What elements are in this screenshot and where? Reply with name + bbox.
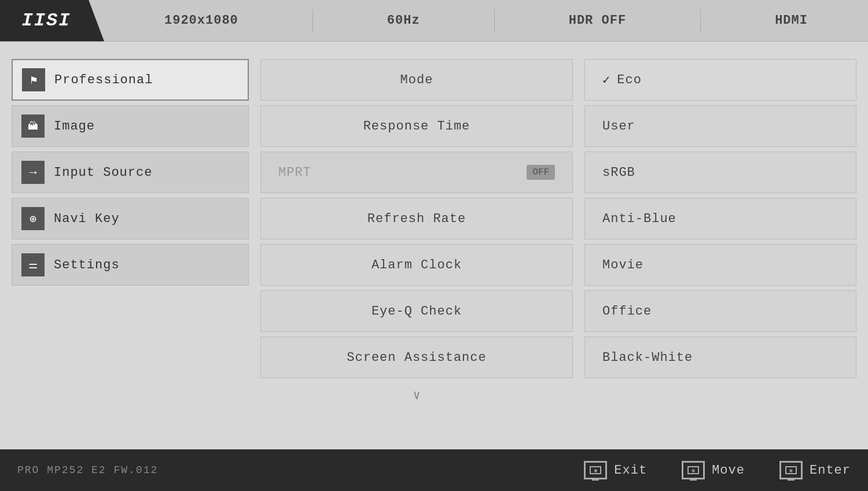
image-icon: 🏔: [21, 115, 45, 138]
stat-divider-3: [700, 9, 701, 32]
sidebar-item-navi-key[interactable]: ⊕ Navi Key: [12, 198, 249, 239]
menu-label-refresh-rate: Refresh Rate: [367, 212, 466, 226]
stat-divider-1: [312, 9, 313, 32]
right-item-movie[interactable]: Movie: [584, 244, 856, 286]
right-item-anti-blue[interactable]: Anti-Blue: [584, 198, 856, 239]
menu-item-mode[interactable]: Mode: [260, 59, 573, 101]
msi-logo: IISI: [22, 10, 71, 31]
move-button-icon: ▣: [682, 461, 705, 479]
move-button[interactable]: ▣ Move: [682, 461, 745, 479]
menu-label-eye-q-check: Eye-Q Check: [372, 304, 462, 319]
right-label-srgb: sRGB: [602, 165, 635, 180]
sidebar-item-image[interactable]: 🏔 Image: [12, 105, 249, 147]
right-item-srgb[interactable]: sRGB: [584, 152, 856, 193]
sidebar: ⚑ Professional 🏔 Image → Input Source ⊕ …: [12, 59, 255, 444]
right-item-eco[interactable]: ✓ Eco: [584, 59, 856, 101]
right-label-anti-blue: Anti-Blue: [602, 212, 676, 226]
sidebar-item-input-source[interactable]: → Input Source: [12, 152, 249, 193]
sidebar-item-professional[interactable]: ⚑ Professional: [12, 59, 249, 101]
exit-button[interactable]: ▣ Exit: [584, 461, 647, 479]
sidebar-label-settings: Settings: [54, 258, 120, 272]
sidebar-label-input-source: Input Source: [54, 165, 152, 180]
refresh-rate-stat: 60Hz: [387, 13, 420, 28]
sidebar-item-settings[interactable]: ⚌ Settings: [12, 244, 249, 286]
chevron-down-icon: ∨: [260, 383, 573, 408]
menu-label-response-time: Response Time: [363, 119, 470, 134]
menu-item-screen-assistance[interactable]: Screen Assistance: [260, 337, 573, 378]
top-bar: IISI 1920x1080 60Hz HDR OFF HDMI: [0, 0, 868, 42]
logo-area: IISI: [0, 0, 104, 42]
input-stat: HDMI: [775, 13, 808, 28]
right-label-eco: Eco: [617, 73, 642, 87]
menu-item-alarm-clock[interactable]: Alarm Clock: [260, 244, 573, 286]
navi-key-icon: ⊕: [21, 207, 45, 230]
top-stats: 1920x1080 60Hz HDR OFF HDMI: [104, 9, 868, 32]
resolution-stat: 1920x1080: [164, 13, 238, 28]
right-label-office: Office: [602, 304, 652, 319]
hdr-stat: HDR OFF: [569, 13, 626, 28]
right-item-black-white[interactable]: Black-White: [584, 337, 856, 378]
middle-column: Mode Response Time MPRT OFF Refresh Rate…: [255, 59, 579, 444]
stat-divider-2: [494, 9, 495, 32]
settings-icon: ⚌: [21, 253, 45, 276]
mprt-toggle[interactable]: OFF: [527, 165, 555, 180]
right-label-black-white: Black-White: [602, 350, 693, 365]
sidebar-label-navi-key: Navi Key: [54, 212, 120, 226]
menu-item-refresh-rate[interactable]: Refresh Rate: [260, 198, 573, 239]
right-label-user: User: [602, 119, 635, 134]
input-source-icon: →: [21, 161, 45, 184]
sidebar-label-image: Image: [54, 119, 95, 134]
menu-label-screen-assistance: Screen Assistance: [347, 350, 486, 365]
menu-label-mode: Mode: [400, 73, 433, 87]
menu-item-eye-q-check[interactable]: Eye-Q Check: [260, 290, 573, 332]
right-item-user[interactable]: User: [584, 105, 856, 147]
enter-button-icon: ▣: [779, 461, 803, 479]
right-column: ✓ Eco User sRGB Anti-Blue Movie Office B…: [579, 59, 856, 444]
menu-item-mprt[interactable]: MPRT OFF: [260, 152, 573, 193]
right-item-office[interactable]: Office: [584, 290, 856, 332]
eco-checkmark: ✓: [602, 72, 610, 88]
menu-label-alarm-clock: Alarm Clock: [372, 258, 462, 272]
device-info: PRO MP252 E2 FW.012: [0, 464, 231, 476]
professional-icon: ⚑: [22, 68, 45, 91]
bottom-controls: ▣ Exit ▣ Move ▣ Enter: [231, 461, 868, 479]
move-label: Move: [712, 463, 745, 478]
menu-item-response-time[interactable]: Response Time: [260, 105, 573, 147]
main-content: ⚑ Professional 🏔 Image → Input Source ⊕ …: [0, 42, 868, 449]
exit-label: Exit: [614, 463, 647, 478]
sidebar-label-professional: Professional: [54, 73, 153, 87]
menu-label-mprt: MPRT: [278, 165, 311, 180]
enter-label: Enter: [810, 463, 851, 478]
bottom-bar: PRO MP252 E2 FW.012 ▣ Exit ▣ Move: [0, 449, 868, 491]
exit-button-icon: ▣: [584, 461, 607, 479]
right-label-movie: Movie: [602, 258, 643, 272]
enter-button[interactable]: ▣ Enter: [779, 461, 851, 479]
